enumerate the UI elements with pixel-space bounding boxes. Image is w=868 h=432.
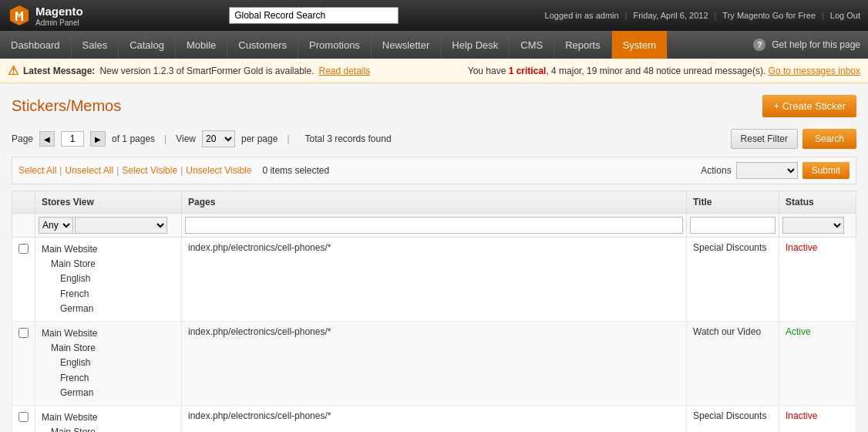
store-entry: German [42,386,175,400]
data-table: Stores View Pages Title Status Any [12,191,856,432]
global-search-input[interactable] [229,7,399,24]
sel-div1: | [59,165,62,176]
nav-item-cms[interactable]: CMS [510,31,554,59]
title-header: Title [687,191,779,214]
pagination-row: Page ◀ ▶ of 1 pages | View 20 50 100 per… [12,129,856,149]
stores-filter-cell: Any [35,214,182,238]
table-row: Main WebsiteMain StoreEnglishFrenchGerma… [12,321,856,405]
view-per-page-select[interactable]: 20 50 100 [202,130,235,147]
pagination-right: Reset Filter Search [731,129,856,149]
table-row: Main WebsiteMain StoreEnglishFrenchGerma… [12,238,856,322]
actions-area: Actions Delete Submit [701,162,849,179]
select-all-link[interactable]: Select All [19,165,56,176]
logo-title: Magento [35,5,83,19]
select-visible-link[interactable]: Select Visible [122,165,177,176]
help-icon: ? [753,39,765,51]
row-checkbox-cell [12,238,35,322]
search-button[interactable]: Search [802,129,856,149]
nav-item-customers[interactable]: Customers [227,31,298,59]
logo-text-group: Magento Admin Panel [35,5,83,27]
title-filter-input[interactable] [690,217,775,234]
sep1: | [164,133,167,144]
user-info: Logged in as admin [545,11,619,20]
store-entry: Main Store [42,257,175,272]
table-row: Main WebsiteMain StoreEnglishFrenchGerma… [12,405,856,432]
checkbox-header [12,191,35,214]
page-label: Page [12,133,33,144]
selection-row: Select All | Unselect All | Select Visib… [12,157,856,184]
divider1: | [625,11,627,20]
unselect-visible-link[interactable]: Unselect Visible [186,165,251,176]
next-page-button[interactable]: ▶ [90,131,106,147]
nav-item-reports[interactable]: Reports [554,31,612,59]
sep2: | [287,133,289,144]
message-right: You have 1 critical, 4 major, 19 minor a… [468,66,860,76]
row-checkbox[interactable] [19,328,29,338]
stores-cell: Main WebsiteMain StoreEnglishFrenchGerma… [35,405,182,432]
reset-filter-button[interactable]: Reset Filter [731,129,798,149]
logout-link[interactable]: Log Out [830,11,860,20]
nav-item-sales[interactable]: Sales [72,31,119,59]
nav-item-system[interactable]: System [612,31,668,59]
pages-cell: index.php/electronics/cell-phones/* [182,238,687,322]
nav-item-dashboard[interactable]: Dashboard [0,31,72,59]
and-text: and [623,66,644,76]
row-checkbox[interactable] [19,244,29,254]
status-cell: Active [779,321,856,405]
view-select-container: 20 50 100 [202,130,235,147]
records-found: Total 3 records found [305,133,392,144]
logo-area: Magento Admin Panel [8,4,83,27]
table-header-row: Stores View Pages Title Status [12,191,856,214]
logo-subtitle: Admin Panel [35,19,83,27]
try-magento-link[interactable]: Try Magento Go for Free [722,11,816,20]
table-body: Main WebsiteMain StoreEnglishFrenchGerma… [12,238,856,433]
nav-item-promotions[interactable]: Promotions [298,31,372,59]
submit-button[interactable]: Submit [802,162,849,179]
go-to-inbox-link[interactable]: Go to messages inbox [769,66,860,76]
row-checkbox[interactable] [19,412,29,422]
pages-filter-input[interactable] [185,217,683,234]
title-cell: Special Discounts [687,238,779,322]
help-button[interactable]: ? Get help for this page [753,39,860,51]
help-text: Get help for this page [772,39,860,50]
row-checkbox-cell [12,405,35,432]
store-entry: French [42,287,175,302]
top-right-info: Logged in as admin | Friday, April 6, 20… [545,11,860,20]
pages-cell: index.php/electronics/cell-phones/* [182,405,687,432]
nav-item-helpdesk[interactable]: Help Desk [441,31,510,59]
status-cell: Inactive [779,238,856,322]
actions-select[interactable]: Delete [736,162,798,179]
status-filter-select[interactable]: Active Inactive [782,217,844,234]
store-filter-select[interactable] [75,217,167,234]
store-entry: Main Website [42,326,175,341]
top-bar: Magento Admin Panel Logged in as admin |… [0,0,868,31]
prev-page-button[interactable]: ◀ [39,131,55,147]
divider3: | [822,11,824,20]
title-cell: Special Discounts [687,405,779,432]
magento-logo-icon [8,4,31,27]
row-checkbox-cell [12,321,35,405]
read-details-link[interactable]: Read details [318,66,370,76]
store-entry: Main Website [42,242,175,257]
nav-item-newsletter[interactable]: Newsletter [372,31,441,59]
warning-icon: ⚠ [8,63,19,78]
notice-count: 48 notice [643,66,681,76]
message-text: New version 1.2.3 of SmartFormer Gold is… [99,66,314,76]
store-entry: Main Website [42,410,175,425]
divider2: | [715,11,717,20]
view-label: View [176,133,196,144]
create-sticker-button[interactable]: + Create Sticker [762,95,856,117]
stores-cell: Main WebsiteMain StoreEnglishFrenchGerma… [35,321,182,405]
minor-count: 19 minor [587,66,623,76]
nav-item-catalog[interactable]: Catalog [119,31,176,59]
per-page-label: per page [241,133,278,144]
any-select[interactable]: Any [39,217,73,234]
nav-right: ? Get help for this page [753,31,868,59]
unread-text: unread message(s). [681,66,765,76]
nav-item-mobile[interactable]: Mobile [176,31,227,59]
unselect-all-link[interactable]: Unselect All [65,165,113,176]
critical-count: 1 critical [509,66,547,76]
global-search-area [229,7,399,24]
page-number-input[interactable] [61,131,84,147]
nav-bar: Dashboard Sales Catalog Mobile Customers… [0,31,868,59]
